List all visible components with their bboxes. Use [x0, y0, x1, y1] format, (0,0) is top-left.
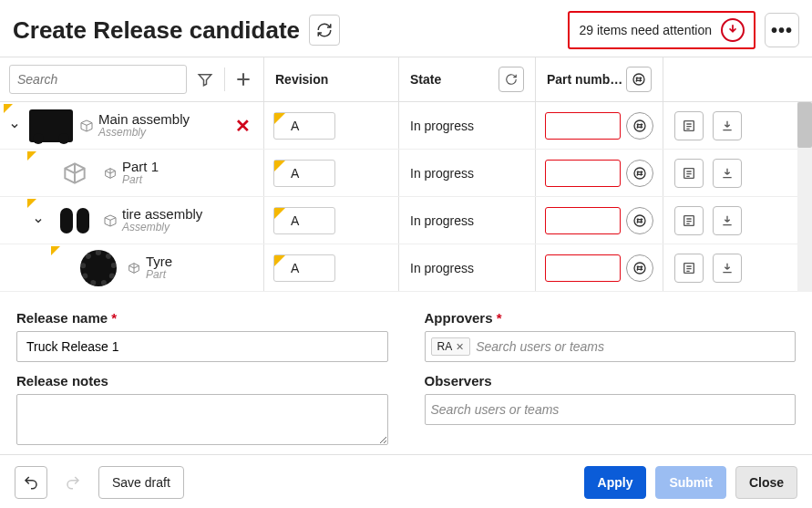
revision-input[interactable]: A	[273, 160, 335, 187]
dirty-flag-icon	[4, 104, 13, 113]
tree-cell[interactable]: Tyre Part	[0, 244, 264, 291]
generate-partnumber-button[interactable]	[626, 112, 653, 140]
redo-button[interactable]	[57, 466, 89, 499]
close-button[interactable]: Close	[735, 466, 797, 499]
svg-point-5	[634, 215, 645, 226]
table-row: tire assembly Assembly A In progress	[0, 197, 812, 244]
release-name-label: Release name *	[16, 310, 388, 326]
tree-cell[interactable]: tire assembly Assembly	[0, 197, 264, 244]
partnumber-input[interactable]	[545, 254, 621, 282]
details-button[interactable]	[674, 159, 704, 188]
table-row: Part 1 Part A In progress	[0, 150, 812, 197]
partnumber-input[interactable]	[545, 207, 621, 234]
observers-placeholder: Search users or teams	[431, 402, 790, 417]
revision-input[interactable]: A	[273, 112, 335, 140]
actions-cell	[663, 102, 812, 149]
partnumber-generate-all-button[interactable]	[626, 67, 652, 92]
details-button[interactable]	[674, 111, 704, 140]
partnumber-cell	[536, 244, 663, 291]
observers-label: Observers	[425, 373, 797, 389]
state-refresh-button[interactable]	[499, 67, 524, 92]
submit-button[interactable]: Submit	[655, 466, 725, 499]
partnumber-input[interactable]	[545, 112, 621, 140]
svg-point-3	[634, 168, 645, 179]
generate-partnumber-button[interactable]	[626, 207, 653, 234]
assembly-icon	[78, 118, 95, 134]
item-name: Main assembly	[98, 111, 190, 127]
part-icon	[126, 260, 142, 276]
release-name-input[interactable]	[16, 331, 388, 362]
download-button[interactable]	[713, 206, 742, 235]
dirty-flag-icon	[51, 246, 60, 255]
revision-cell: A	[264, 102, 399, 149]
tree-cell[interactable]: Main assembly Assembly ✕	[0, 102, 264, 149]
svg-point-1	[634, 120, 645, 131]
approvers-label: Approvers *	[425, 310, 797, 326]
column-header-revision[interactable]: Revision	[264, 57, 399, 101]
attention-banner[interactable]: 29 items need attention	[568, 11, 755, 49]
actions-cell	[663, 150, 812, 196]
dirty-flag-icon	[27, 199, 36, 208]
attention-icon	[721, 18, 745, 42]
item-name: Tyre	[146, 254, 172, 269]
item-type: Assembly	[122, 222, 202, 234]
download-button[interactable]	[713, 254, 742, 283]
details-button[interactable]	[674, 206, 704, 235]
item-type: Assembly	[98, 127, 190, 140]
column-header-partnumber[interactable]: Part numb…	[536, 57, 663, 101]
svg-point-0	[633, 74, 644, 85]
download-button[interactable]	[713, 111, 742, 140]
item-name: tire assembly	[122, 206, 202, 222]
filter-button[interactable]	[194, 66, 217, 93]
partnumber-cell	[536, 150, 663, 196]
chip-remove-icon[interactable]: ✕	[456, 341, 464, 353]
generate-partnumber-button[interactable]	[626, 254, 653, 282]
remove-item-button[interactable]: ✕	[230, 115, 256, 137]
release-notes-input[interactable]	[16, 394, 388, 445]
scroll-thumb[interactable]	[797, 102, 812, 148]
column-header-state[interactable]: State	[399, 57, 536, 101]
expand-toggle[interactable]	[29, 215, 47, 226]
revision-input[interactable]: A	[273, 207, 335, 234]
observers-input[interactable]: Search users or teams	[425, 394, 797, 425]
details-button[interactable]	[674, 254, 704, 283]
svg-point-7	[634, 263, 645, 274]
add-button[interactable]	[231, 66, 254, 93]
partnumber-cell	[536, 102, 663, 149]
approvers-input[interactable]: RA ✕ Search users or teams	[425, 331, 797, 362]
item-name: Part 1	[122, 159, 159, 174]
actions-cell	[663, 197, 812, 244]
table-row: Tyre Part A In progress	[0, 244, 812, 292]
scrollbar[interactable]	[797, 102, 812, 292]
revision-cell: A	[264, 197, 399, 244]
save-draft-button[interactable]: Save draft	[98, 466, 184, 499]
actions-cell	[663, 244, 812, 291]
approver-chip[interactable]: RA ✕	[431, 337, 471, 356]
partnumber-input[interactable]	[545, 160, 621, 187]
apply-button[interactable]: Apply	[584, 466, 647, 499]
expand-toggle[interactable]	[5, 120, 24, 131]
state-cell: In progress	[399, 150, 536, 196]
part-icon	[102, 165, 118, 181]
revision-cell: A	[264, 150, 399, 196]
revision-cell: A	[264, 244, 399, 291]
generate-partnumber-button[interactable]	[626, 160, 653, 187]
dirty-flag-icon	[27, 151, 36, 161]
undo-button[interactable]	[15, 466, 47, 499]
refresh-button[interactable]	[309, 15, 340, 46]
approvers-placeholder: Search users or teams	[476, 339, 789, 354]
tree-cell[interactable]: Part 1 Part	[0, 150, 264, 196]
page-title: Create Release candidate	[13, 16, 300, 45]
more-menu-button[interactable]: •••	[765, 13, 799, 47]
table-row: Main assembly Assembly ✕ A In progress	[0, 102, 812, 150]
search-input[interactable]	[9, 65, 187, 94]
attention-text: 29 items need attention	[579, 23, 712, 37]
download-button[interactable]	[713, 159, 742, 188]
state-cell: In progress	[399, 102, 536, 149]
state-cell: In progress	[399, 244, 536, 291]
release-notes-label: Release notes	[16, 373, 388, 389]
assembly-icon	[102, 213, 118, 229]
revision-input[interactable]: A	[273, 254, 335, 282]
item-type: Part	[122, 174, 159, 187]
partnumber-cell	[536, 197, 663, 244]
